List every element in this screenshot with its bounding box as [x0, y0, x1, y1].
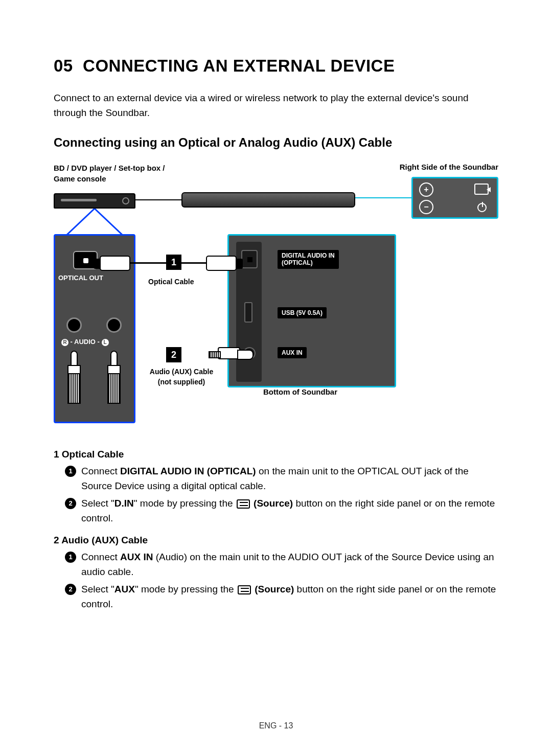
usb-port-icon [244, 302, 252, 323]
usb-label: USB (5V 0.5A) [278, 307, 327, 318]
optical-cable-label: Optical Cable [148, 278, 194, 286]
source-device-label: BD / DVD player / Set-top box / Game con… [54, 163, 165, 184]
step-bullet-1-icon: 1 [65, 552, 76, 563]
subheading: Connecting using an Optical or Analog Au… [54, 135, 498, 150]
source-icon [238, 585, 251, 594]
aux-cable-heading: 2 Audio (AUX) Cable [54, 535, 498, 546]
section-number: 05 [54, 56, 73, 75]
right-side-label: Right Side of the Soundbar [400, 163, 498, 171]
intro-paragraph: Connect to an external device via a wire… [54, 91, 498, 120]
aux-cable-label: Audio (AUX) Cable (not supplied) [148, 367, 215, 387]
soundbar-bottom-panel: DIGITAL AUDIO IN (OPTICAL) USB (5V 0.5A)… [227, 234, 396, 387]
aux-step-2: 2 Select "AUX" mode by pressing the (Sou… [65, 582, 498, 611]
step-bullet-2-icon: 2 [65, 498, 76, 509]
aux-cable-icon [184, 344, 240, 364]
aux-step-1: 1 Connect AUX IN (Audio) on the main uni… [65, 550, 498, 579]
callout-line-icon [355, 197, 411, 198]
letter-l: L [102, 339, 109, 346]
rca-plug-r-icon [66, 351, 82, 412]
optical-step-1: 1 Connect DIGITAL AUDIO IN (OPTICAL) on … [65, 464, 498, 493]
callout-number-2: 2 [166, 347, 181, 362]
step-bullet-2-icon: 2 [65, 584, 76, 595]
wire-icon [135, 199, 181, 200]
volume-up-icon: + [419, 182, 433, 197]
callout-number-1: 1 [166, 255, 181, 270]
rca-jack-l-icon [106, 317, 122, 333]
audio-rl-label: R - AUDIO - L [61, 338, 109, 346]
soundbar-icon [181, 192, 355, 208]
rca-plug-l-icon [106, 351, 122, 412]
letter-r: R [61, 339, 68, 346]
dvd-player-icon [54, 193, 135, 209]
optical-cable-heading: 1 Optical Cable [54, 449, 498, 460]
source-icon [237, 499, 250, 509]
digital-audio-in-port-icon [241, 250, 258, 268]
digital-audio-in-label: DIGITAL AUDIO IN (OPTICAL) [278, 250, 339, 269]
section-title-text: CONNECTING AN EXTERNAL DEVICE [83, 56, 395, 75]
instructions: 1 Optical Cable 1 Connect DIGITAL AUDIO … [54, 449, 498, 611]
optical-out-label: OPTICAL OUT [58, 274, 103, 282]
source-icon [474, 184, 489, 195]
section-title: 05 CONNECTING AN EXTERNAL DEVICE [54, 56, 498, 76]
optical-step-2: 2 Select "D.IN" mode by pressing the (So… [65, 496, 498, 525]
soundbar-right-panel: + − [411, 177, 498, 219]
aux-in-label: AUX IN [278, 347, 307, 358]
bottom-of-soundbar-label: Bottom of Soundbar [263, 387, 337, 396]
callout-v-icon [66, 209, 123, 235]
volume-down-icon: − [419, 200, 433, 214]
page-footer: ENG - 13 [0, 721, 552, 730]
power-icon [477, 203, 487, 212]
connection-diagram: BD / DVD player / Set-top box / Game con… [54, 163, 498, 433]
step-bullet-1-icon: 1 [65, 466, 76, 477]
rca-jack-r-icon [66, 317, 82, 333]
